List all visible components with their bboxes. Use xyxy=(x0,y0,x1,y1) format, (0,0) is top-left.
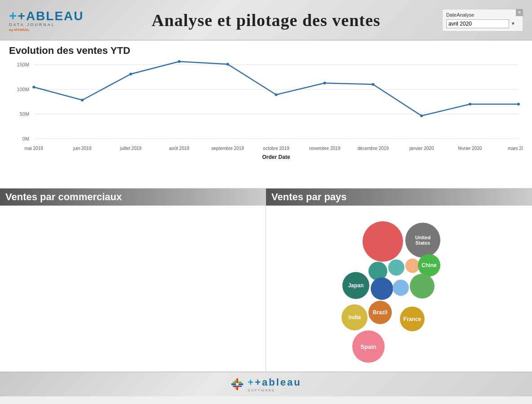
svg-rect-40 xyxy=(238,386,242,387)
svg-point-17 xyxy=(469,103,471,105)
svg-point-9 xyxy=(81,99,84,101)
bubble-chine: Chine xyxy=(418,254,440,277)
bubble-chart: UnitedStates Chine Japan India xyxy=(275,210,523,367)
svg-rect-37 xyxy=(233,382,236,383)
bubble-france: France xyxy=(400,307,425,331)
main-content: Evolution des ventes YTD 150M 100M 50M 0… xyxy=(0,40,532,372)
footer-logo-text: ++ableau xyxy=(248,377,301,388)
svg-text:août 2019: août 2019 xyxy=(169,146,190,151)
svg-text:décembre 2019: décembre 2019 xyxy=(358,146,389,151)
svg-point-15 xyxy=(372,83,374,86)
ventes-pays-section: Ventes par pays UnitedStates Chine Japan xyxy=(266,189,532,372)
bubble-brazil: Brazil xyxy=(368,301,392,324)
ytd-chart-container: 150M 100M 50M 0M xyxy=(9,60,523,186)
footer-tableau-icon xyxy=(231,378,244,391)
svg-rect-32 xyxy=(236,386,238,390)
filter-arrow-icon: ▼ xyxy=(511,21,515,26)
logo-sub: DATA JOURNAL xyxy=(9,22,55,27)
footer-logo: ++ableau SOFTWARE xyxy=(231,377,301,392)
svg-text:novembre 2019: novembre 2019 xyxy=(309,146,341,151)
svg-rect-31 xyxy=(236,378,238,383)
svg-rect-33 xyxy=(231,383,236,385)
date-filter-select[interactable]: avril 2020 mars 2020 février 2020 janvie… xyxy=(446,19,509,28)
bubble-india: India xyxy=(341,304,368,330)
svg-text:mai 2019: mai 2019 xyxy=(25,146,44,151)
svg-point-14 xyxy=(323,82,326,84)
svg-point-11 xyxy=(178,60,181,63)
bubble-united-states: UnitedStates xyxy=(405,223,440,258)
svg-text:50M: 50M xyxy=(20,111,29,117)
svg-text:juin 2019: juin 2019 xyxy=(73,146,92,151)
filter-close-button[interactable]: ✕ xyxy=(516,9,523,16)
logo-text: ++ABLEAU xyxy=(9,8,84,23)
ytd-chart-section: Evolution des ventes YTD 150M 100M 50M 0… xyxy=(0,40,532,188)
ventes-commerciaux-section: Ventes par commerciaux xyxy=(0,189,266,372)
bubble-spain: Spain xyxy=(352,330,385,363)
header: ++ABLEAU DATA JOURNAL by MYDRAL Analyse … xyxy=(0,0,532,40)
svg-text:octobre 2019: octobre 2019 xyxy=(263,146,289,151)
svg-point-12 xyxy=(226,63,229,66)
footer-logo-sub: SOFTWARE xyxy=(248,388,301,392)
svg-text:100M: 100M xyxy=(17,87,30,92)
ytd-line-chart: 150M 100M 50M 0M xyxy=(9,60,523,177)
logo-area: ++ABLEAU DATA JOURNAL by MYDRAL xyxy=(9,8,84,32)
svg-rect-38 xyxy=(238,382,242,383)
ventes-commerciaux-header: Ventes par commerciaux xyxy=(0,189,266,206)
logo-plus: + xyxy=(9,8,18,23)
bubble-lightblue xyxy=(393,280,409,296)
ventes-pays-header: Ventes par pays xyxy=(266,189,532,206)
logo-by: by MYDRAL xyxy=(9,28,30,32)
svg-rect-34 xyxy=(239,383,243,385)
ventes-commerciaux-title: Ventes par commerciaux xyxy=(5,191,122,202)
ytd-chart-title: Evolution des ventes YTD xyxy=(9,45,523,57)
bubble-teal2 xyxy=(388,259,404,276)
svg-text:Order Date: Order Date xyxy=(262,154,290,160)
svg-rect-39 xyxy=(233,386,236,387)
bubble-blue xyxy=(371,277,393,300)
ventes-pays-title: Ventes par pays xyxy=(271,191,347,202)
svg-text:février 2020: février 2020 xyxy=(458,146,482,151)
filter-panel: ✕ DateAnalyse avril 2020 mars 2020 févri… xyxy=(442,9,523,31)
svg-point-16 xyxy=(420,114,423,117)
svg-point-8 xyxy=(32,86,35,88)
bottom-sections: Ventes par commerciaux Ventes par pays U… xyxy=(0,188,532,372)
svg-text:mars 2020: mars 2020 xyxy=(508,146,523,151)
bubble-green xyxy=(410,274,434,299)
filter-label: DateAnalyse xyxy=(446,12,519,18)
bubble-japan: Japan xyxy=(342,272,369,299)
footer: ++ableau SOFTWARE xyxy=(0,372,532,396)
svg-point-18 xyxy=(517,103,520,105)
main-title: Analyse et pilotage des ventes xyxy=(151,10,380,30)
svg-point-10 xyxy=(129,73,132,75)
svg-text:150M: 150M xyxy=(17,62,30,67)
bubble-red xyxy=(363,221,403,262)
svg-point-13 xyxy=(275,93,278,96)
svg-text:septembre 2019: septembre 2019 xyxy=(211,146,244,151)
svg-text:0M: 0M xyxy=(22,136,29,141)
svg-text:juillet 2019: juillet 2019 xyxy=(120,146,142,151)
svg-text:janvier 2020: janvier 2020 xyxy=(409,146,434,151)
